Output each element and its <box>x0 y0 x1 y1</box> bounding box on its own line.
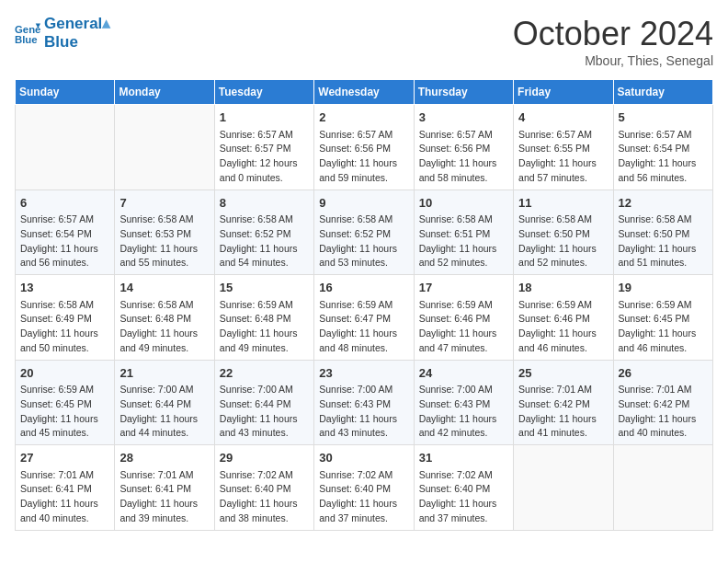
calendar-cell: 11Sunrise: 6:58 AMSunset: 6:50 PMDayligh… <box>514 190 613 275</box>
calendar-cell: 19Sunrise: 6:59 AMSunset: 6:45 PMDayligh… <box>613 275 712 361</box>
title-block: October 2024 Mbour, Thies, Senegal <box>513 15 713 68</box>
cell-content: Sunrise: 6:59 AMSunset: 6:47 PMDaylight:… <box>319 298 408 356</box>
day-number: 24 <box>419 364 508 383</box>
calendar-cell: 9Sunrise: 6:58 AMSunset: 6:52 PMDaylight… <box>314 190 414 275</box>
calendar-cell: 26Sunrise: 7:01 AMSunset: 6:42 PMDayligh… <box>613 360 712 445</box>
calendar-cell: 20Sunrise: 6:59 AMSunset: 6:45 PMDayligh… <box>16 360 115 445</box>
day-number: 26 <box>619 364 708 383</box>
calendar-cell: 8Sunrise: 6:58 AMSunset: 6:52 PMDaylight… <box>214 190 313 275</box>
day-number: 6 <box>20 194 109 213</box>
day-number: 21 <box>119 364 209 383</box>
calendar-cell: 28Sunrise: 7:01 AMSunset: 6:41 PMDayligh… <box>115 445 214 531</box>
cell-content: Sunrise: 7:02 AMSunset: 6:40 PMDaylight:… <box>220 468 309 526</box>
logo-subtext: Blue <box>44 33 110 52</box>
cell-content: Sunrise: 7:01 AMSunset: 6:41 PMDaylight:… <box>119 468 209 526</box>
calendar-cell: 27Sunrise: 7:01 AMSunset: 6:41 PMDayligh… <box>16 445 115 531</box>
calendar-cell: 2Sunrise: 6:57 AMSunset: 6:56 PMDaylight… <box>314 105 414 190</box>
day-number: 19 <box>619 279 708 297</box>
logo-icon: General Blue <box>15 20 40 46</box>
cell-content: Sunrise: 6:57 AMSunset: 6:56 PMDaylight:… <box>319 128 408 186</box>
calendar-cell <box>16 105 115 190</box>
cell-content: Sunrise: 7:01 AMSunset: 6:42 PMDaylight:… <box>518 383 608 441</box>
day-number: 27 <box>20 449 109 467</box>
cell-content: Sunrise: 7:02 AMSunset: 6:40 PMDaylight:… <box>419 468 508 526</box>
cell-content: Sunrise: 7:00 AMSunset: 6:44 PMDaylight:… <box>119 383 209 441</box>
month-title: October 2024 <box>513 15 713 53</box>
day-number: 14 <box>119 279 209 297</box>
cell-content: Sunrise: 6:57 AMSunset: 6:56 PMDaylight:… <box>419 128 508 186</box>
calendar-cell: 24Sunrise: 7:00 AMSunset: 6:43 PMDayligh… <box>414 360 513 445</box>
calendar-cell: 14Sunrise: 6:58 AMSunset: 6:48 PMDayligh… <box>115 275 214 361</box>
cell-content: Sunrise: 6:59 AMSunset: 6:48 PMDaylight:… <box>220 298 309 356</box>
weekday-header-row: SundayMondayTuesdayWednesdayThursdayFrid… <box>16 80 713 105</box>
day-number: 9 <box>319 194 408 213</box>
day-number: 18 <box>518 279 608 297</box>
day-number: 3 <box>419 109 508 127</box>
calendar-cell: 30Sunrise: 7:02 AMSunset: 6:40 PMDayligh… <box>314 445 414 531</box>
calendar-cell <box>115 105 214 190</box>
calendar-cell: 21Sunrise: 7:00 AMSunset: 6:44 PMDayligh… <box>115 360 214 445</box>
cell-content: Sunrise: 7:01 AMSunset: 6:41 PMDaylight:… <box>20 468 109 526</box>
day-number: 29 <box>220 449 309 467</box>
day-number: 7 <box>119 194 209 213</box>
weekday-header: Wednesday <box>314 80 414 105</box>
calendar-cell: 25Sunrise: 7:01 AMSunset: 6:42 PMDayligh… <box>514 360 613 445</box>
cell-content: Sunrise: 6:59 AMSunset: 6:45 PMDaylight:… <box>20 383 109 441</box>
day-number: 5 <box>619 109 708 127</box>
calendar-cell <box>514 445 613 531</box>
day-number: 22 <box>220 364 309 383</box>
calendar-cell: 16Sunrise: 6:59 AMSunset: 6:47 PMDayligh… <box>314 275 414 361</box>
day-number: 17 <box>419 279 508 297</box>
calendar-week-row: 6Sunrise: 6:57 AMSunset: 6:54 PMDaylight… <box>16 190 713 275</box>
cell-content: Sunrise: 6:58 AMSunset: 6:49 PMDaylight:… <box>20 298 109 356</box>
day-number: 12 <box>619 194 708 213</box>
day-number: 13 <box>20 279 109 297</box>
cell-content: Sunrise: 6:58 AMSunset: 6:50 PMDaylight:… <box>619 213 708 270</box>
calendar-week-row: 20Sunrise: 6:59 AMSunset: 6:45 PMDayligh… <box>16 360 713 445</box>
day-number: 20 <box>20 364 109 383</box>
location: Mbour, Thies, Senegal <box>513 53 713 68</box>
cell-content: Sunrise: 7:01 AMSunset: 6:42 PMDaylight:… <box>619 383 708 441</box>
calendar-cell: 10Sunrise: 6:58 AMSunset: 6:51 PMDayligh… <box>414 190 513 275</box>
page-header: General Blue General▴ Blue October 2024 … <box>15 15 713 68</box>
calendar-cell: 17Sunrise: 6:59 AMSunset: 6:46 PMDayligh… <box>414 275 513 361</box>
calendar-cell: 12Sunrise: 6:58 AMSunset: 6:50 PMDayligh… <box>613 190 712 275</box>
calendar-cell: 5Sunrise: 6:57 AMSunset: 6:54 PMDaylight… <box>613 105 712 190</box>
day-number: 4 <box>518 109 608 127</box>
calendar-cell: 29Sunrise: 7:02 AMSunset: 6:40 PMDayligh… <box>214 445 313 531</box>
day-number: 2 <box>319 109 408 127</box>
calendar-cell: 18Sunrise: 6:59 AMSunset: 6:46 PMDayligh… <box>514 275 613 361</box>
cell-content: Sunrise: 7:00 AMSunset: 6:43 PMDaylight:… <box>419 383 508 441</box>
logo: General Blue General▴ Blue <box>15 15 110 52</box>
calendar-cell: 22Sunrise: 7:00 AMSunset: 6:44 PMDayligh… <box>214 360 313 445</box>
cell-content: Sunrise: 6:59 AMSunset: 6:46 PMDaylight:… <box>419 298 508 356</box>
calendar-cell: 13Sunrise: 6:58 AMSunset: 6:49 PMDayligh… <box>16 275 115 361</box>
calendar-cell: 23Sunrise: 7:00 AMSunset: 6:43 PMDayligh… <box>314 360 414 445</box>
day-number: 16 <box>319 279 408 297</box>
calendar-cell <box>613 445 712 531</box>
svg-text:Blue: Blue <box>15 34 38 45</box>
calendar-week-row: 1Sunrise: 6:57 AMSunset: 6:57 PMDaylight… <box>16 105 713 190</box>
cell-content: Sunrise: 6:58 AMSunset: 6:52 PMDaylight:… <box>220 213 309 270</box>
weekday-header: Saturday <box>613 80 712 105</box>
calendar-cell: 31Sunrise: 7:02 AMSunset: 6:40 PMDayligh… <box>414 445 513 531</box>
day-number: 1 <box>220 109 309 127</box>
day-number: 23 <box>319 364 408 383</box>
cell-content: Sunrise: 6:58 AMSunset: 6:48 PMDaylight:… <box>119 298 209 356</box>
weekday-header: Thursday <box>414 80 513 105</box>
calendar-cell: 4Sunrise: 6:57 AMSunset: 6:55 PMDaylight… <box>514 105 613 190</box>
day-number: 30 <box>319 449 408 467</box>
day-number: 8 <box>220 194 309 213</box>
day-number: 11 <box>518 194 608 213</box>
cell-content: Sunrise: 6:58 AMSunset: 6:53 PMDaylight:… <box>119 213 209 270</box>
calendar-cell: 6Sunrise: 6:57 AMSunset: 6:54 PMDaylight… <box>16 190 115 275</box>
weekday-header: Friday <box>514 80 613 105</box>
day-number: 10 <box>419 194 508 213</box>
cell-content: Sunrise: 7:00 AMSunset: 6:43 PMDaylight:… <box>319 383 408 441</box>
day-number: 25 <box>518 364 608 383</box>
day-number: 31 <box>419 449 508 467</box>
cell-content: Sunrise: 6:58 AMSunset: 6:50 PMDaylight:… <box>518 213 608 270</box>
cell-content: Sunrise: 6:57 AMSunset: 6:55 PMDaylight:… <box>518 128 608 186</box>
weekday-header: Sunday <box>16 80 115 105</box>
cell-content: Sunrise: 6:58 AMSunset: 6:51 PMDaylight:… <box>419 213 508 270</box>
